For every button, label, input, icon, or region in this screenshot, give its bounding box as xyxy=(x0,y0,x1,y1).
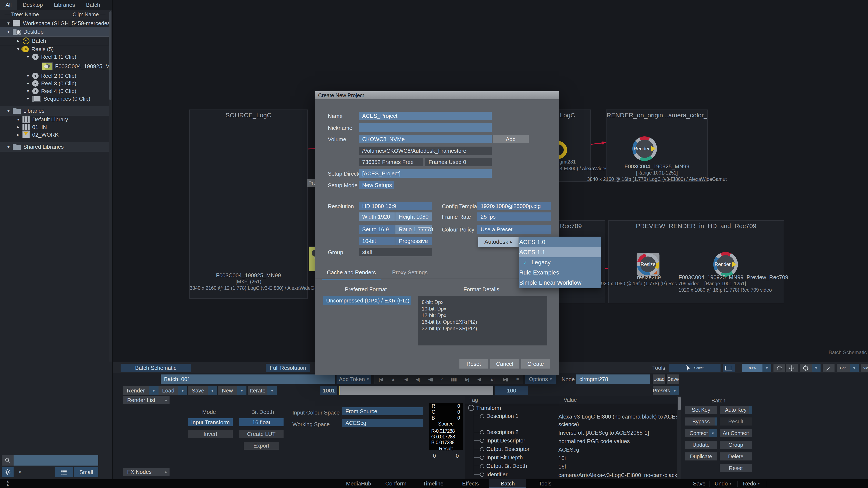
transport-icon[interactable]: ▶▮ xyxy=(503,377,508,382)
preview-render-node[interactable]: Render xyxy=(713,252,738,276)
batch-panel-button[interactable]: Reset xyxy=(720,464,752,472)
batch-name-field[interactable]: Batch_001 xyxy=(161,375,335,384)
tree-row[interactable]: ▸ Batch xyxy=(0,36,109,45)
menu-item[interactable]: ACES 1.1 xyxy=(519,247,601,257)
transport-icon[interactable]: ▮▮▮ xyxy=(450,377,457,382)
dialog-tab[interactable]: Proxy Settings xyxy=(381,269,439,280)
view-button[interactable]: View▸ xyxy=(861,364,868,372)
tree-row[interactable]: F003C004_190925_MN99 xyxy=(0,61,109,72)
transport-icon[interactable]: ◀▮ xyxy=(428,377,433,382)
clip-sort-label[interactable]: Clip: Name — xyxy=(72,11,105,18)
height-field[interactable]: Height 1080 xyxy=(396,213,432,221)
save-dropdown-arrow-icon[interactable]: ▾ xyxy=(208,386,217,395)
tree-row[interactable]: ▾ Shared Libraries xyxy=(0,142,109,152)
invert-button[interactable]: Invert xyxy=(188,430,233,438)
batch-panel-button[interactable]: Auto Key xyxy=(720,406,752,414)
create-lut-button[interactable]: Create LUT xyxy=(239,430,283,438)
render-dropdown-arrow-icon[interactable]: ▾ xyxy=(149,386,159,395)
load-button[interactable]: Load xyxy=(158,386,178,395)
tag-row[interactable]: Input Bit Depth 10i xyxy=(465,453,681,462)
transport-icon[interactable]: ◀| xyxy=(477,377,481,382)
toolbar-view-button[interactable]: Full Resolution xyxy=(266,364,310,372)
grid-button[interactable]: Grid xyxy=(837,364,850,372)
batch-panel-button[interactable]: Delete xyxy=(720,452,752,460)
render-play-icon[interactable] xyxy=(651,146,656,152)
tree-row[interactable]: ▾ Default Library xyxy=(0,116,109,123)
batch-panel-button[interactable]: Au Context xyxy=(720,429,752,437)
media-panel-tab[interactable]: Libraries xyxy=(48,0,81,10)
tree-row[interactable]: ▸ 02_WORK xyxy=(0,131,109,138)
tree-sort-label[interactable]: — Tree: Name xyxy=(4,11,39,18)
expander-icon[interactable]: ▾ xyxy=(24,81,32,86)
tree-row[interactable]: ▾ Reels (5) xyxy=(0,45,109,53)
tree-row[interactable]: ▾ Workspace (SLGH_5459-mercedes-b-klasse… xyxy=(0,20,109,27)
resolution-field[interactable]: HD 1080 16:9 xyxy=(359,202,432,210)
menu-item[interactable]: ✓ Legacy xyxy=(519,257,601,267)
toolbar-view-button[interactable]: Batch Schematic xyxy=(121,364,191,372)
list-view-icon[interactable] xyxy=(55,467,73,477)
tree-row[interactable]: ▸ 01_IN xyxy=(0,123,109,131)
presets-button[interactable]: Presets xyxy=(653,386,670,395)
tag-row[interactable]: Output Descriptor ACEScg xyxy=(465,445,681,453)
node-load-button[interactable]: Load xyxy=(653,375,665,384)
transport-icon[interactable]: |◀ xyxy=(403,377,407,382)
transport-icon[interactable]: ◀| xyxy=(416,377,420,382)
transport-icon[interactable]: ≡ xyxy=(517,377,519,382)
transform-root-row[interactable]: − Transform xyxy=(465,404,681,412)
new-dropdown-arrow-icon[interactable]: ▾ xyxy=(237,386,246,395)
app-module-tab[interactable]: Tools xyxy=(526,479,564,488)
undo-button[interactable]: Undo▾ xyxy=(715,479,731,488)
colourmgmt-node-box-fragment[interactable]: LogC gmt281 3-EI800) / AlexaWideGamut xyxy=(559,109,591,182)
thumbnail-size-button[interactable]: Small xyxy=(74,467,98,477)
render-play-icon[interactable] xyxy=(732,261,737,267)
expand-panel-icon[interactable]: ▲▲ xyxy=(6,480,9,487)
config-template-field[interactable]: 1920x1080@25000p.cfg xyxy=(477,202,551,210)
set-ratio-button[interactable]: Set to 16:9 xyxy=(359,225,395,234)
export-button[interactable]: Export xyxy=(244,442,279,450)
expander-icon[interactable]: ▾ xyxy=(4,21,13,26)
save-button[interactable]: Save xyxy=(188,386,208,395)
expander-icon[interactable]: ▾ xyxy=(14,46,23,52)
batch-panel-button[interactable]: Context xyxy=(685,429,717,437)
preview-render-node-box[interactable]: PREVIEW_RENDER_in_HD_and_Rec709 Resize R… xyxy=(608,220,784,303)
reset-button[interactable]: Reset xyxy=(459,359,488,368)
expander-icon[interactable]: ▸ xyxy=(14,132,23,137)
app-module-tab[interactable]: Batch xyxy=(489,479,526,488)
expander-icon[interactable]: ▾ xyxy=(4,144,13,150)
transport-icon[interactable]: ▶| xyxy=(465,377,469,382)
tag-row[interactable]: Identifier camera/Arri/Alexa-v3-LogC-EI8… xyxy=(465,470,681,479)
width-field[interactable]: Width 1920 xyxy=(359,213,395,221)
transport-icon[interactable]: ▲ xyxy=(391,377,395,382)
marquee-select-icon[interactable] xyxy=(723,364,735,372)
media-panel-tab[interactable]: All xyxy=(0,0,17,10)
iterate-dropdown-arrow-icon[interactable]: ▾ xyxy=(268,386,277,395)
fx-nodes-button[interactable]: FX Nodes xyxy=(123,468,169,476)
media-panel-tab[interactable]: Batch xyxy=(81,0,106,10)
tree-row[interactable]: ▾ Reel 3 (0 Clip) xyxy=(0,79,109,87)
working-space-field[interactable]: ACEScg xyxy=(342,419,424,427)
tree-row[interactable]: ▾ Desktop xyxy=(0,27,109,36)
batch-panel-button[interactable]: Bypass xyxy=(685,418,717,425)
node-name-field[interactable]: clrmgmt278 xyxy=(576,375,650,384)
pan-move-icon[interactable] xyxy=(786,364,798,372)
nickname-field[interactable] xyxy=(359,123,492,132)
expander-icon[interactable]: ▾ xyxy=(24,73,32,78)
create-button[interactable]: Create xyxy=(521,359,550,368)
target-dropdown-arrow-icon[interactable]: ▾ xyxy=(812,364,820,372)
tag-row[interactable]: Output Bit Depth 16f xyxy=(465,462,681,470)
batch-panel-button[interactable]: Group xyxy=(720,441,752,449)
cancel-button[interactable]: Cancel xyxy=(490,359,519,368)
batch-panel-button[interactable]: Result xyxy=(720,418,752,425)
expander-icon[interactable]: ▾ xyxy=(4,108,13,113)
colour-policy-field[interactable]: Use a Preset xyxy=(477,225,551,234)
resize-node[interactable]: Resize xyxy=(637,253,659,275)
presets-dropdown-arrow-icon[interactable]: ▾ xyxy=(670,386,679,395)
ratio-field[interactable]: Ratio 1.77778 xyxy=(396,225,432,234)
volume-field[interactable]: CKOWC8_NVMe xyxy=(359,135,492,143)
colour-picker-icon[interactable] xyxy=(823,364,835,372)
transport-icon[interactable]: ⁄ xyxy=(442,377,442,382)
gear-dropdown-arrow-icon[interactable]: ▾ xyxy=(16,467,24,477)
focus-target-icon[interactable] xyxy=(800,364,812,372)
source-node-box[interactable]: SOURCE_LogC F003C004_190925_MN99 [MXF] (… xyxy=(189,109,308,299)
expander-icon[interactable]: ▸ xyxy=(14,38,23,43)
